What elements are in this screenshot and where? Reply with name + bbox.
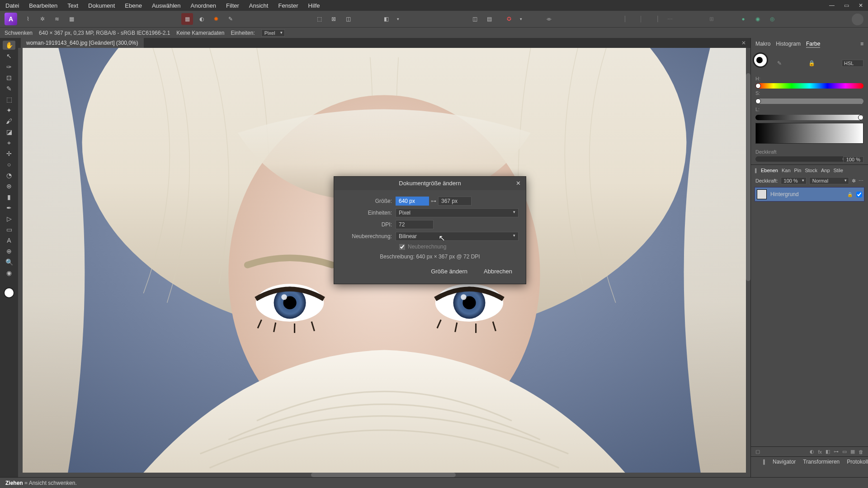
dialog-title-bar[interactable]: Dokumentgröße ändern ✕ <box>334 177 526 190</box>
layer-visibility-checkbox[interactable] <box>856 192 862 197</box>
layer-mask-icon[interactable]: ▢ <box>755 449 760 455</box>
menu-auswaehlen[interactable]: Auswählen <box>152 2 181 9</box>
eraser-tool[interactable]: ◪ <box>3 127 15 136</box>
foreground-color-swatch[interactable] <box>4 287 14 298</box>
account-avatar-button[interactable] <box>852 14 863 25</box>
menu-anordnen[interactable]: Anordnen <box>191 2 216 9</box>
text-tool[interactable]: A <box>3 236 15 245</box>
selection-remove-icon[interactable]: ⊠ <box>328 13 340 25</box>
tab-pin[interactable]: Pin <box>794 168 802 174</box>
hue-slider[interactable] <box>755 83 863 89</box>
hand-tool[interactable]: ✋ <box>3 41 15 50</box>
autowb-icon[interactable]: ✎ <box>225 13 236 25</box>
inpaint-tool[interactable]: ✢ <box>3 149 15 158</box>
tab-ebenen[interactable]: Ebenen <box>761 168 778 174</box>
grip-icon[interactable]: ∥ <box>763 459 765 465</box>
dialog-units-select[interactable]: Pixel <box>396 208 519 217</box>
cloud-icon[interactable]: ◉ <box>752 13 764 25</box>
link-aspect-icon[interactable]: ⊶ <box>429 198 438 204</box>
layer-menu-icon[interactable]: ⋯ <box>859 178 863 184</box>
snap-icon[interactable]: ⊞ <box>706 13 717 25</box>
width-input[interactable]: 640 px <box>396 197 429 206</box>
align-right-icon[interactable]: ▕ <box>650 13 661 25</box>
menu-text[interactable]: Text <box>67 2 78 9</box>
layer-group-icon[interactable]: ▭ <box>842 449 847 455</box>
mesh-tool[interactable]: ⊕ <box>3 247 15 256</box>
layer-add-icon[interactable]: ▦ <box>850 449 855 455</box>
menu-dokument[interactable]: Dokument <box>88 2 115 9</box>
maximize-button[interactable]: ▭ <box>839 0 854 11</box>
layer-item-background[interactable]: Hintergrund 🔒 <box>755 187 864 202</box>
color-lock-icon[interactable]: 🔒 <box>808 60 815 66</box>
layer-lock-icon[interactable]: 🔒 <box>847 192 853 197</box>
dialog-close-button[interactable]: ✕ <box>514 179 522 188</box>
arrange-icon[interactable]: ▤ <box>483 13 495 25</box>
panel-menu-icon[interactable]: ≡ <box>860 41 863 48</box>
saturation-slider[interactable] <box>755 99 863 104</box>
persona-export-button[interactable]: ▦ <box>66 13 77 25</box>
selection-brush-tool[interactable]: ✎ <box>3 84 15 93</box>
menu-ansicht[interactable]: Ansicht <box>249 2 269 9</box>
move-tool[interactable]: ↖ <box>3 52 15 61</box>
align-more-icon[interactable]: ⋯ <box>664 13 676 25</box>
clone-tool[interactable]: ⌖ <box>3 138 15 147</box>
lightness-slider[interactable] <box>755 115 863 120</box>
align-center-icon[interactable]: │ <box>635 13 647 25</box>
persona-photo-button[interactable]: ⌇ <box>22 13 34 25</box>
layer-adjust-icon[interactable]: ◐ <box>810 449 814 455</box>
resize-cancel-button[interactable]: Abbrechen <box>479 266 517 277</box>
shape-tool[interactable]: ▭ <box>3 225 15 234</box>
eyedropper-icon[interactable]: ✎ <box>777 60 782 66</box>
share-icon[interactable]: ◎ <box>766 13 778 25</box>
crop-tool[interactable]: ⊡ <box>3 73 15 82</box>
tab-makro[interactable]: Makro <box>755 41 770 48</box>
layer-blend-icon[interactable]: ◧ <box>826 449 830 455</box>
assistant-icon[interactable]: ✪ <box>503 13 515 25</box>
tab-histogram[interactable]: Histogram <box>776 41 801 48</box>
quickmask-icon[interactable]: ◧ <box>380 13 392 25</box>
sync-icon[interactable]: ● <box>737 13 749 25</box>
flood-select-tool[interactable]: ✦ <box>3 106 15 115</box>
tab-anp[interactable]: Anp <box>821 168 830 174</box>
pen-tool[interactable]: ✒ <box>3 203 15 212</box>
horizontal-scrollbar[interactable] <box>311 473 456 477</box>
color-mode-select[interactable]: HSL <box>842 60 863 67</box>
tab-stile[interactable]: Stile <box>834 168 843 174</box>
tab-transformieren[interactable]: Transformieren <box>803 459 840 465</box>
quickmask-chevron-icon[interactable]: ▾ <box>395 13 401 25</box>
marquee-tool[interactable]: ⬚ <box>3 95 15 104</box>
retouch-tool[interactable]: ⊛ <box>3 182 15 191</box>
height-input[interactable]: 367 px <box>438 197 472 206</box>
snapshot-icon[interactable]: ⌯ <box>543 13 555 25</box>
align-left-icon[interactable]: ▏ <box>621 13 632 25</box>
paint-brush-tool[interactable]: 🖌 <box>3 117 15 126</box>
minimize-button[interactable]: — <box>825 0 839 11</box>
selection-invert-icon[interactable]: ◫ <box>342 13 354 25</box>
close-window-button[interactable]: ✕ <box>854 0 868 11</box>
document-tab-close[interactable]: ✕ <box>741 40 750 46</box>
vertical-scrollbar[interactable] <box>746 73 750 281</box>
opacity-value[interactable]: 100 % <box>843 156 863 163</box>
menu-ebene[interactable]: Ebene <box>125 2 142 9</box>
tab-protokoll[interactable]: Protokoll <box>847 459 868 465</box>
info-tool[interactable]: ◉ <box>3 268 15 277</box>
persona-liquify-button[interactable]: ✲ <box>37 13 48 25</box>
layer-fx-icon[interactable]: fx <box>818 449 822 455</box>
menu-hilfe[interactable]: Hilfe <box>308 2 320 9</box>
zoom-tool[interactable]: 🔍 <box>3 258 15 267</box>
layer-link-icon[interactable]: ⊶ <box>834 449 839 455</box>
menu-filter[interactable]: Filter <box>226 2 239 9</box>
color-picker-tool[interactable]: ✑ <box>3 62 15 71</box>
autocolor-icon[interactable]: ▦ <box>181 13 193 25</box>
tab-farbe[interactable]: Farbe <box>806 41 820 48</box>
tab-navigator[interactable]: Navigator <box>773 459 796 465</box>
crop-mode-icon[interactable]: ◫ <box>469 13 481 25</box>
dodge-tool[interactable]: ○ <box>3 160 15 169</box>
resize-ok-button[interactable]: Größe ändern <box>426 266 472 277</box>
menu-fenster[interactable]: Fenster <box>278 2 298 9</box>
tab-grip-icon[interactable]: ∥ <box>755 168 757 174</box>
persona-develop-button[interactable]: ≋ <box>51 13 63 25</box>
units-select[interactable]: Pixel <box>261 29 285 37</box>
selection-new-icon[interactable]: ⬚ <box>313 13 325 25</box>
autocontrast-icon[interactable]: ✺ <box>210 13 222 25</box>
